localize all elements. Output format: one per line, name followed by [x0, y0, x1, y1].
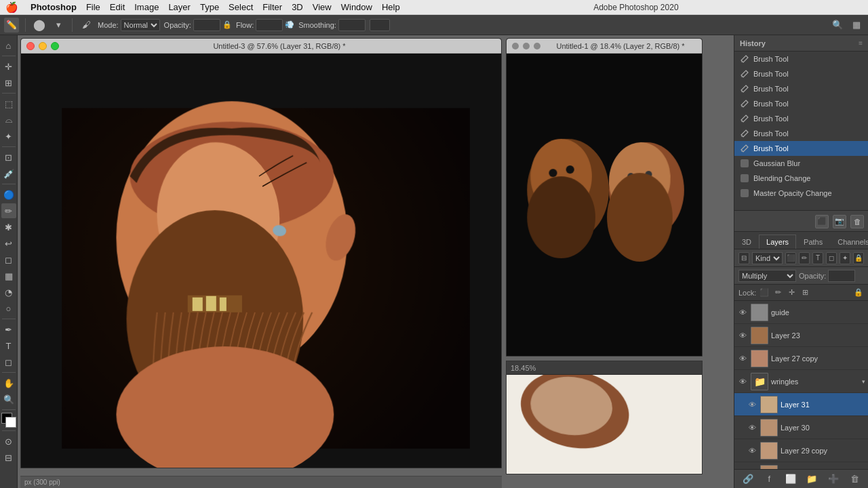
marquee-tool[interactable]: ⬚	[1, 96, 16, 111]
bg-color-swatch[interactable]	[5, 417, 16, 428]
tab-channels[interactable]: Channels	[830, 235, 868, 249]
history-item-8[interactable]: Blending Change	[734, 171, 868, 186]
layer-visibility-6[interactable]: 👁	[747, 445, 757, 456]
lasso-tool[interactable]: ⌓	[1, 113, 16, 127]
layer-visibility-1[interactable]: 👁	[737, 330, 748, 341]
tab-layers[interactable]: Layers	[759, 235, 796, 249]
mode-select[interactable]: Normal	[121, 19, 160, 31]
preview2-canvas[interactable]	[507, 375, 702, 474]
pen-tool[interactable]: ✒	[1, 322, 16, 337]
filter-toggle-btn[interactable]: 🔒	[853, 252, 864, 264]
flow-icon[interactable]: 💨	[285, 20, 294, 29]
menu-layer[interactable]: Layer	[168, 2, 191, 12]
history-item-6[interactable]: Brush Tool	[734, 141, 868, 156]
tab-3d[interactable]: 3D	[734, 235, 759, 249]
layer-delete-btn[interactable]: 🗑	[848, 472, 861, 486]
document-canvas[interactable]	[21, 54, 501, 468]
doc-close-btn[interactable]	[26, 42, 35, 50]
angle-input[interactable]: 0°	[370, 19, 390, 31]
delete-history-btn[interactable]: 🗑	[850, 215, 864, 228]
tab-paths[interactable]: Paths	[796, 235, 830, 249]
hand-tool[interactable]: ✋	[1, 375, 16, 390]
clone-stamp-tool[interactable]: ✱	[1, 220, 16, 235]
crop-tool[interactable]: ⊡	[1, 150, 16, 165]
brush-preset-icon[interactable]: ⬤	[32, 18, 47, 33]
layer-item-2[interactable]: 👁Layer 27 copy	[734, 347, 868, 370]
preview2-canvas-element[interactable]	[507, 375, 702, 474]
doc-minimize-btn[interactable]	[39, 42, 47, 50]
brush-tool-icon[interactable]: ✏️	[4, 18, 19, 33]
menu-filter[interactable]: Filter	[262, 2, 282, 12]
smoothing-input[interactable]: 0%	[338, 19, 366, 31]
filter-kind-icon[interactable]: ⊟	[738, 252, 749, 264]
history-item-3[interactable]: Brush Tool	[734, 96, 868, 111]
layer-visibility-5[interactable]: 👁	[747, 422, 757, 433]
adjustment-filter-btn[interactable]: ✏	[799, 252, 810, 264]
lock-paint-btn[interactable]: ✏	[772, 287, 783, 298]
arrange-icon[interactable]: ▦	[849, 18, 864, 33]
history-item-9[interactable]: Master Opacity Change	[734, 186, 868, 201]
menu-file[interactable]: File	[86, 2, 100, 12]
menu-view[interactable]: View	[313, 2, 332, 12]
history-collapse-btn[interactable]: ≡	[859, 39, 863, 47]
main-canvas[interactable]	[21, 54, 501, 468]
lock-move-btn[interactable]: ✛	[786, 287, 797, 298]
layer-item-7[interactable]: 👁Layer 29	[734, 462, 868, 469]
new-snapshot-btn[interactable]: ⬛	[815, 215, 829, 228]
menu-3d[interactable]: 3D	[292, 2, 303, 12]
layer-visibility-4[interactable]: 👁	[747, 399, 757, 410]
zoom-tool[interactable]: 🔍	[1, 392, 16, 407]
layer-item-4[interactable]: 👁Layer 31	[734, 393, 868, 416]
text-tool[interactable]: T	[1, 338, 16, 353]
lock-all-btn[interactable]: 🔒	[853, 287, 864, 298]
apple-menu[interactable]: 🍎	[5, 1, 18, 14]
layer-item-0[interactable]: 👁guide	[734, 301, 868, 324]
foreground-color[interactable]	[1, 413, 16, 428]
shape-filter-btn[interactable]: ◻	[826, 252, 837, 264]
menu-edit[interactable]: Edit	[110, 2, 125, 12]
dodge-tool[interactable]: ○	[1, 301, 16, 316]
screen-mode-tool[interactable]: ⊟	[1, 450, 16, 465]
opacity-input[interactable]: 88%	[193, 19, 220, 31]
layer-item-3[interactable]: 👁📁wringles▾	[734, 370, 868, 393]
menu-window[interactable]: Window	[341, 2, 372, 12]
preview-canvas[interactable]	[507, 54, 702, 357]
lock-artboard-btn[interactable]: ⊞	[800, 287, 810, 298]
menu-image[interactable]: Image	[134, 2, 159, 12]
healing-tool[interactable]: 🔵	[1, 187, 16, 202]
layer-item-6[interactable]: 👁Layer 29 copy	[734, 439, 868, 462]
preview-traffic-3[interactable]	[534, 43, 540, 49]
history-item-5[interactable]: Brush Tool	[734, 126, 868, 141]
brush-type-icon[interactable]: 🖌	[79, 18, 94, 33]
brush-tool[interactable]: ✏	[1, 203, 16, 218]
search-icon[interactable]: 🔍	[830, 18, 845, 33]
menu-type[interactable]: Type	[200, 2, 219, 12]
doc-maximize-btn[interactable]	[51, 42, 59, 50]
shape-tool[interactable]: ◻	[1, 354, 16, 369]
opacity-icon[interactable]: 🔒	[222, 20, 232, 29]
pixel-filter-btn[interactable]: ⬛	[785, 252, 796, 264]
layer-opacity-input[interactable]: 12%	[828, 270, 855, 282]
brush-options-icon[interactable]: ▾	[51, 18, 66, 33]
blend-mode-select[interactable]: Multiply Normal	[738, 270, 796, 282]
gradient-tool[interactable]: ▦	[1, 268, 16, 283]
history-item-7[interactable]: Gaussian Blur	[734, 156, 868, 171]
layer-visibility-2[interactable]: 👁	[737, 353, 748, 364]
magic-wand-tool[interactable]: ✦	[1, 129, 16, 144]
history-item-0[interactable]: Brush Tool	[734, 52, 868, 66]
history-item-4[interactable]: Brush Tool	[734, 111, 868, 126]
move-tool[interactable]: ✛	[1, 59, 16, 74]
preview-traffic-1[interactable]	[512, 43, 519, 49]
text-filter-btn[interactable]: T	[812, 252, 823, 264]
eyedropper-tool[interactable]: 💉	[1, 166, 16, 181]
blur-tool[interactable]: ◔	[1, 285, 16, 300]
eraser-tool[interactable]: ◻	[1, 252, 16, 267]
artboard-tool[interactable]: ⊞	[1, 75, 16, 90]
preview-canvas-element[interactable]	[507, 54, 702, 357]
layer-new-btn[interactable]: ➕	[827, 472, 840, 486]
layer-fx-btn[interactable]: f	[762, 472, 776, 486]
smart-filter-btn[interactable]: ✦	[840, 252, 850, 264]
filter-kind-select[interactable]: Kind	[752, 252, 783, 264]
menu-select[interactable]: Select	[229, 2, 253, 12]
history-item-1[interactable]: Brush Tool	[734, 66, 868, 81]
